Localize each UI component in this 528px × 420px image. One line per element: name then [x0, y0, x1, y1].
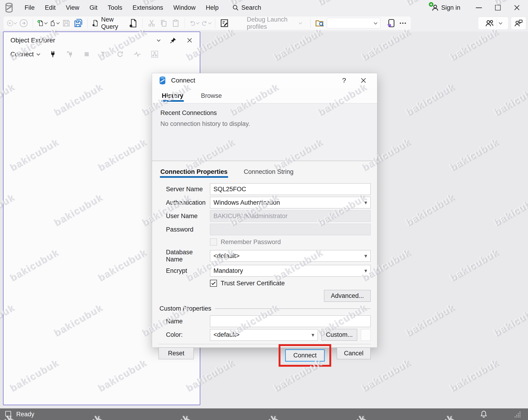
undo-button[interactable]: [189, 18, 199, 29]
debug-launch-profiles-dropdown[interactable]: Debug Launch profiles: [245, 18, 301, 29]
undo-dropdown-chevron-icon: [196, 21, 199, 24]
menu-edit[interactable]: Edit: [40, 2, 61, 14]
accounts-group-button[interactable]: [478, 17, 508, 30]
close-panel-icon[interactable]: [186, 37, 193, 44]
query-document-icon: [129, 19, 138, 28]
cancel-button[interactable]: Cancel: [337, 348, 371, 359]
custom-name-label: Name: [166, 318, 210, 325]
dialog-footer: Reset Connect Cancel: [158, 344, 371, 359]
menu-tools[interactable]: Tools: [103, 2, 128, 14]
menu-window[interactable]: Window: [168, 2, 201, 14]
authentication-select[interactable]: Windows Authentication ▾: [210, 197, 371, 208]
menu-help[interactable]: Help: [201, 2, 224, 14]
resize-grip-icon[interactable]: [514, 410, 521, 418]
menu-extensions[interactable]: Extensions: [128, 2, 168, 14]
database-diagram-icon[interactable]: [150, 50, 159, 59]
custom-color-select[interactable]: <default> ▾: [210, 329, 318, 341]
cut-button[interactable]: [147, 18, 156, 29]
open-file-button[interactable]: [49, 18, 59, 29]
find-in-files-button[interactable]: [315, 18, 324, 29]
ellipsis-icon: [399, 19, 407, 27]
advanced-button[interactable]: Advanced...: [324, 290, 371, 302]
watermark-text: bakicubuk: [404, 81, 457, 118]
dialog-database-icon: [158, 76, 167, 85]
disconnect-plug-icon[interactable]: [66, 50, 74, 58]
new-query-button[interactable]: New Query: [92, 18, 126, 29]
watermark-text: bakicubuk: [360, 26, 413, 63]
feedback-button[interactable]: [511, 17, 526, 30]
filter-icon[interactable]: [99, 50, 107, 58]
encrypt-select[interactable]: Mandatory ▾: [210, 265, 371, 276]
navigate-back-button[interactable]: [7, 18, 16, 29]
search-box[interactable]: Search: [232, 4, 261, 11]
open-in-vs-button[interactable]: [386, 18, 396, 29]
password-input[interactable]: [210, 224, 371, 235]
dropdown-caret-icon: ▾: [312, 332, 314, 338]
tab-browse[interactable]: Browse: [201, 90, 222, 103]
debug-profiles-chevron-icon: [299, 21, 302, 24]
menu-file[interactable]: File: [20, 2, 40, 14]
sign-in-button[interactable]: Sign in: [431, 3, 467, 12]
vs-badge-icon: [386, 18, 396, 28]
connect-plug-icon[interactable]: [49, 50, 57, 58]
tab-connection-string[interactable]: Connection String: [243, 166, 294, 179]
menu-git[interactable]: Git: [84, 2, 103, 14]
app-icon: [4, 2, 14, 13]
custom-name-input[interactable]: [210, 315, 371, 327]
connection-properties-section: Connection Properties Connection String …: [152, 161, 377, 359]
tab-connection-properties[interactable]: Connection Properties: [160, 166, 228, 179]
server-name-input[interactable]: SQL25FOC: [210, 183, 371, 195]
connect-button[interactable]: Connect: [285, 349, 325, 361]
tab-history[interactable]: History: [161, 90, 184, 103]
pin-icon[interactable]: [170, 37, 177, 44]
new-file-icon: [37, 19, 44, 28]
trust-server-certificate-row: Trust Server Certificate: [210, 278, 371, 288]
toolbar-separator: [310, 18, 311, 28]
stop-icon[interactable]: [83, 51, 90, 58]
paste-button[interactable]: [171, 18, 180, 29]
activity-monitor-icon[interactable]: [133, 50, 141, 58]
minimize-button[interactable]: [471, 1, 486, 14]
help-button[interactable]: ?: [342, 76, 346, 84]
folder-search-icon: [315, 18, 324, 28]
authentication-value: Windows Authentication: [214, 199, 280, 206]
custom-color-label: Color:: [166, 331, 210, 338]
toolbar-separator: [33, 18, 33, 28]
new-file-button[interactable]: [37, 18, 47, 29]
refresh-icon[interactable]: [116, 50, 124, 58]
database-name-select[interactable]: <default> ▾: [210, 250, 371, 262]
search-combo-box[interactable]: [327, 18, 380, 28]
user-name-input[interactable]: BAKICUBUK\administrator: [210, 210, 371, 222]
reset-button[interactable]: Reset: [158, 348, 194, 359]
password-label: Password: [166, 226, 210, 233]
redo-button[interactable]: [201, 18, 211, 29]
close-window-button[interactable]: [509, 1, 524, 14]
dialog-tab-strip: History Browse: [152, 88, 377, 103]
dialog-close-icon[interactable]: [360, 77, 367, 84]
authentication-label: Authentication: [166, 199, 210, 206]
new-query-current-connection-button[interactable]: [128, 18, 138, 29]
watermark-text: bakicubuk: [360, 357, 413, 394]
authentication-row: Authentication Windows Authentication ▾: [166, 197, 371, 208]
selection-edit-button[interactable]: [219, 18, 229, 29]
color-swatch: [361, 329, 371, 341]
navigate-forward-button[interactable]: [19, 18, 28, 29]
custom-color-row: Color: <default> ▾ Custom...: [166, 329, 371, 341]
maximize-button[interactable]: [491, 1, 505, 14]
custom-properties-heading: Custom Properties: [159, 305, 211, 312]
oe-connect-dropdown[interactable]: Connect: [11, 51, 40, 58]
panel-options-chevron-icon[interactable]: [157, 38, 161, 41]
copy-button[interactable]: [159, 18, 168, 29]
menu-view[interactable]: View: [61, 2, 84, 14]
remember-password-checkbox[interactable]: [210, 239, 217, 245]
toolbar-overflow-button[interactable]: [398, 18, 408, 29]
forward-icon: [19, 19, 28, 28]
sign-in-icon: [431, 3, 439, 12]
save-button[interactable]: [61, 18, 71, 29]
trust-server-certificate-checkbox[interactable]: [210, 280, 217, 287]
save-all-button[interactable]: [73, 18, 83, 29]
custom-color-button[interactable]: Custom...: [322, 329, 357, 341]
dropdown-caret-icon: ▾: [364, 199, 367, 206]
connect-dialog: Connect ? History Browse Recent Connecti…: [152, 73, 377, 348]
notifications-bell-icon[interactable]: [479, 410, 488, 419]
